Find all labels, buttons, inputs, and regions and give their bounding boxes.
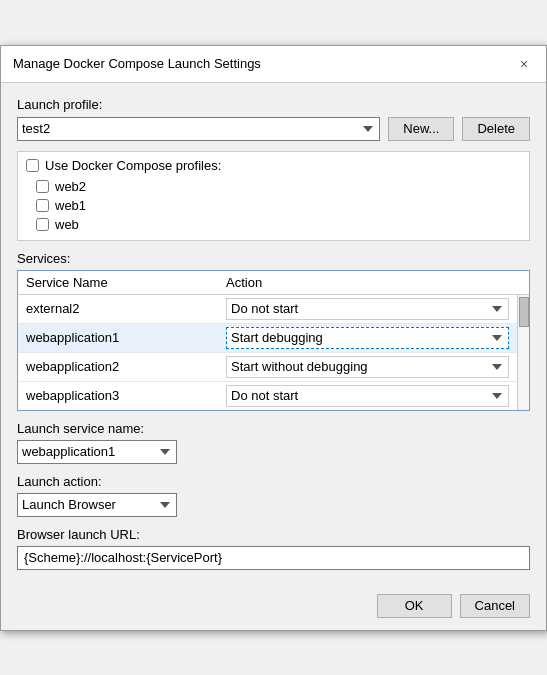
service-action: Do not start Start debugging Start witho… xyxy=(226,298,509,320)
launch-service-select[interactable]: webapplication1 xyxy=(17,440,177,464)
service-action: Do not start Start debugging Start witho… xyxy=(226,385,509,407)
web1-label: web1 xyxy=(55,198,86,213)
docker-profiles-list: web2 web1 web xyxy=(26,177,521,234)
browser-url-input[interactable]: {Scheme}://localhost:{ServicePort} xyxy=(17,546,530,570)
launch-service-label: Launch service name: xyxy=(17,421,530,436)
close-button[interactable]: × xyxy=(514,54,534,74)
services-scrollbar[interactable] xyxy=(517,295,529,410)
dialog-footer: OK Cancel xyxy=(1,586,546,630)
scroll-thumb[interactable] xyxy=(519,297,529,327)
service-name: webapplication1 xyxy=(26,330,226,345)
service-action: Do not start Start debugging Start witho… xyxy=(226,327,509,349)
services-col-action-header: Action xyxy=(226,275,521,290)
service-name: external2 xyxy=(26,301,226,316)
docker-profiles-label: Use Docker Compose profiles: xyxy=(45,158,221,173)
list-item: web xyxy=(36,215,521,234)
services-label: Services: xyxy=(17,251,530,266)
services-table: Service Name Action external2 Do not sta… xyxy=(17,270,530,411)
web1-checkbox[interactable] xyxy=(36,199,49,212)
list-item: web1 xyxy=(36,196,521,215)
service-action-select[interactable]: Do not start Start debugging Start witho… xyxy=(226,356,509,378)
table-row: webapplication1 Do not start Start debug… xyxy=(18,324,517,353)
launch-service-row: webapplication1 xyxy=(17,440,530,464)
launch-action-row: Launch Browser Do not launch xyxy=(17,493,530,517)
launch-action-label: Launch action: xyxy=(17,474,530,489)
services-rows-container: external2 Do not start Start debugging S… xyxy=(18,295,529,410)
service-action: Do not start Start debugging Start witho… xyxy=(226,356,509,378)
cancel-button[interactable]: Cancel xyxy=(460,594,530,618)
services-col-name-header: Service Name xyxy=(26,275,226,290)
services-table-header: Service Name Action xyxy=(18,271,529,295)
web-checkbox[interactable] xyxy=(36,218,49,231)
services-table-body: external2 Do not start Start debugging S… xyxy=(18,295,517,410)
web-label: web xyxy=(55,217,79,232)
launch-action-select[interactable]: Launch Browser Do not launch xyxy=(17,493,177,517)
dialog-title: Manage Docker Compose Launch Settings xyxy=(13,56,261,71)
dialog: Manage Docker Compose Launch Settings × … xyxy=(0,45,547,631)
table-row: webapplication2 Do not start Start debug… xyxy=(18,353,517,382)
service-name: webapplication3 xyxy=(26,388,226,403)
service-name: webapplication2 xyxy=(26,359,226,374)
dialog-content: Launch profile: test2 New... Delete Use … xyxy=(1,83,546,586)
title-bar: Manage Docker Compose Launch Settings × xyxy=(1,46,546,83)
service-action-select[interactable]: Do not start Start debugging Start witho… xyxy=(226,327,509,349)
web2-checkbox[interactable] xyxy=(36,180,49,193)
table-row: webapplication3 Do not start Start debug… xyxy=(18,382,517,410)
new-button[interactable]: New... xyxy=(388,117,454,141)
docker-profiles-section: Use Docker Compose profiles: web2 web1 w… xyxy=(17,151,530,241)
docker-profiles-header: Use Docker Compose profiles: xyxy=(26,158,521,173)
delete-button[interactable]: Delete xyxy=(462,117,530,141)
launch-profile-label: Launch profile: xyxy=(17,97,530,112)
use-docker-profiles-checkbox[interactable] xyxy=(26,159,39,172)
browser-url-label: Browser launch URL: xyxy=(17,527,530,542)
table-row: external2 Do not start Start debugging S… xyxy=(18,295,517,324)
browser-url-row: {Scheme}://localhost:{ServicePort} xyxy=(17,546,530,570)
launch-profile-select[interactable]: test2 xyxy=(17,117,380,141)
web2-label: web2 xyxy=(55,179,86,194)
ok-button[interactable]: OK xyxy=(377,594,452,618)
launch-profile-row: test2 New... Delete xyxy=(17,117,530,141)
list-item: web2 xyxy=(36,177,521,196)
service-action-select[interactable]: Do not start Start debugging Start witho… xyxy=(226,298,509,320)
service-action-select[interactable]: Do not start Start debugging Start witho… xyxy=(226,385,509,407)
